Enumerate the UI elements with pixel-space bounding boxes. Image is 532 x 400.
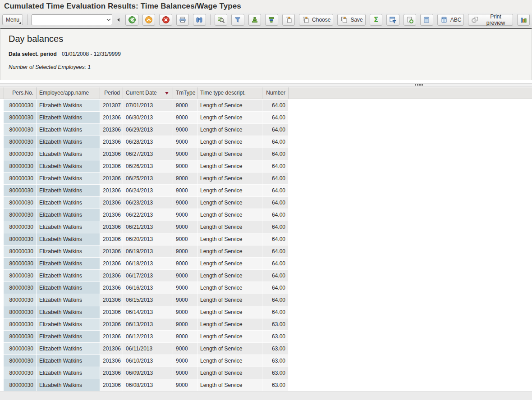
cell-pers-no[interactable]: 80000030	[4, 331, 37, 343]
cell-employee-app-name[interactable]: Elizabeth Watkins	[37, 282, 100, 294]
cell-time-type-descript[interactable]: Length of Service	[197, 173, 262, 185]
cell-employee-app-name[interactable]: Elizabeth Watkins	[37, 221, 100, 233]
cell-pers-no[interactable]: 80000030	[4, 318, 37, 331]
cell-time-type-descript[interactable]: Length of Service	[197, 355, 262, 367]
cell-current-date[interactable]: 06/26/2013	[123, 160, 173, 173]
cell-number[interactable]: 64.00	[262, 306, 289, 318]
cell-number[interactable]: 64.00	[262, 160, 289, 173]
cell-pers-no[interactable]: 80000030	[4, 185, 37, 197]
cell-pers-no[interactable]: 80000030	[4, 160, 37, 173]
cell-pers-no[interactable]: 80000030	[4, 148, 37, 160]
cell-time-type-descript[interactable]: Length of Service	[197, 379, 262, 391]
cell-pers-no[interactable]: 80000030	[4, 209, 37, 221]
total-button[interactable]: Σ	[370, 14, 382, 26]
cell-employee-app-name[interactable]: Elizabeth Watkins	[37, 379, 100, 391]
table-row[interactable]: 80000030Elizabeth Watkins20130606/26/201…	[4, 160, 289, 173]
cell-employee-app-name[interactable]: Elizabeth Watkins	[37, 294, 100, 306]
cell-employee-app-name[interactable]: Elizabeth Watkins	[37, 367, 100, 379]
menu-button[interactable]: Menu	[2, 14, 23, 25]
abc-analysis-button[interactable]: ABC	[437, 14, 464, 26]
cell-number[interactable]: 64.00	[262, 185, 289, 197]
cell-employee-app-name[interactable]: Elizabeth Watkins	[37, 270, 100, 282]
cell-time-type-descript[interactable]: Length of Service	[197, 282, 262, 294]
cell-employee-app-name[interactable]: Elizabeth Watkins	[37, 112, 100, 124]
cell-number[interactable]: 63.00	[262, 355, 289, 367]
cell-current-date[interactable]: 06/18/2013	[123, 258, 173, 270]
table-row[interactable]: 80000030Elizabeth Watkins20130606/22/201…	[4, 209, 289, 221]
table-row[interactable]: 80000030Elizabeth Watkins20130606/16/201…	[4, 282, 289, 294]
command-combobox[interactable]	[32, 14, 112, 25]
cell-tmtype[interactable]: 9000	[173, 112, 197, 124]
cell-number[interactable]: 64.00	[262, 173, 289, 185]
cell-current-date[interactable]: 06/08/2013	[123, 379, 173, 391]
cell-pers-no[interactable]: 80000030	[4, 173, 37, 185]
cell-current-date[interactable]: 06/12/2013	[123, 331, 173, 343]
back-button[interactable]	[125, 14, 138, 26]
cell-current-date[interactable]: 06/22/2013	[123, 209, 173, 221]
cell-current-date[interactable]: 06/27/2013	[123, 148, 173, 160]
cell-current-date[interactable]: 06/21/2013	[123, 221, 173, 233]
cell-time-type-descript[interactable]: Length of Service	[197, 112, 262, 124]
cell-tmtype[interactable]: 9000	[173, 221, 197, 233]
cell-employee-app-name[interactable]: Elizabeth Watkins	[37, 185, 100, 197]
table-row[interactable]: 80000030Elizabeth Watkins20130606/30/201…	[4, 112, 289, 124]
cell-tmtype[interactable]: 9000	[173, 185, 197, 197]
cell-tmtype[interactable]: 9000	[173, 306, 197, 318]
column-header-number[interactable]: Number	[262, 87, 289, 99]
table-row[interactable]: 80000030Elizabeth Watkins20130606/21/201…	[4, 221, 289, 233]
export-button[interactable]	[404, 14, 416, 26]
cell-time-type-descript[interactable]: Length of Service	[197, 270, 262, 282]
cell-number[interactable]: 63.00	[262, 318, 289, 331]
cell-number[interactable]: 63.00	[262, 379, 289, 391]
cell-tmtype[interactable]: 9000	[173, 245, 197, 258]
table-row[interactable]: 80000030Elizabeth Watkins20130606/09/201…	[4, 367, 289, 379]
cell-period[interactable]: 201306	[100, 355, 123, 367]
cell-employee-app-name[interactable]: Elizabeth Watkins	[37, 245, 100, 258]
find-button[interactable]	[193, 14, 206, 26]
cell-current-date[interactable]: 06/30/2013	[123, 112, 173, 124]
cell-employee-app-name[interactable]: Elizabeth Watkins	[37, 306, 100, 318]
cell-period[interactable]: 201306	[100, 379, 123, 391]
cell-current-date[interactable]: 06/23/2013	[123, 197, 173, 209]
cell-pers-no[interactable]: 80000030	[4, 233, 37, 245]
cell-tmtype[interactable]: 9000	[173, 318, 197, 331]
cell-current-date[interactable]: 06/29/2013	[123, 124, 173, 136]
cell-employee-app-name[interactable]: Elizabeth Watkins	[37, 160, 100, 173]
cell-tmtype[interactable]: 9000	[173, 343, 197, 355]
set-filter-button[interactable]	[231, 14, 244, 26]
cell-period[interactable]: 201306	[100, 160, 123, 173]
cell-pers-no[interactable]: 80000030	[4, 197, 37, 209]
cell-time-type-descript[interactable]: Length of Service	[197, 343, 262, 355]
sort-ascending-button[interactable]	[248, 14, 261, 26]
copy-layout-button[interactable]	[282, 14, 295, 26]
table-row[interactable]: 80000030Elizabeth Watkins20130606/18/201…	[4, 258, 289, 270]
cell-employee-app-name[interactable]: Elizabeth Watkins	[37, 258, 100, 270]
column-header-period[interactable]: Period	[100, 87, 123, 99]
cell-period[interactable]: 201306	[100, 173, 123, 185]
cell-employee-app-name[interactable]: Elizabeth Watkins	[37, 209, 100, 221]
cell-pers-no[interactable]: 80000030	[4, 282, 37, 294]
cell-employee-app-name[interactable]: Elizabeth Watkins	[37, 197, 100, 209]
cell-period[interactable]: 201306	[100, 233, 123, 245]
cell-period[interactable]: 201306	[100, 124, 123, 136]
cell-employee-app-name[interactable]: Elizabeth Watkins	[37, 233, 100, 245]
column-header-time-type-descript[interactable]: Time type descript.	[197, 87, 262, 99]
cell-employee-app-name[interactable]: Elizabeth Watkins	[37, 124, 100, 136]
cell-number[interactable]: 63.00	[262, 331, 289, 343]
cell-period[interactable]: 201306	[100, 197, 123, 209]
command-input[interactable]	[32, 15, 105, 24]
exit-button[interactable]	[142, 14, 155, 26]
cell-number[interactable]: 64.00	[262, 294, 289, 306]
table-row[interactable]: 80000030Elizabeth Watkins20130606/27/201…	[4, 148, 289, 160]
cell-current-date[interactable]: 06/28/2013	[123, 136, 173, 148]
cell-period[interactable]: 201306	[100, 136, 123, 148]
cell-pers-no[interactable]: 80000030	[4, 379, 37, 391]
cell-tmtype[interactable]: 9000	[173, 148, 197, 160]
cell-pers-no[interactable]: 80000030	[4, 306, 37, 318]
graphic-button[interactable]	[517, 14, 530, 26]
cell-time-type-descript[interactable]: Length of Service	[197, 197, 262, 209]
cell-period[interactable]: 201306	[100, 185, 123, 197]
cell-period[interactable]: 201306	[100, 209, 123, 221]
cell-time-type-descript[interactable]: Length of Service	[197, 318, 262, 331]
cell-tmtype[interactable]: 9000	[173, 197, 197, 209]
